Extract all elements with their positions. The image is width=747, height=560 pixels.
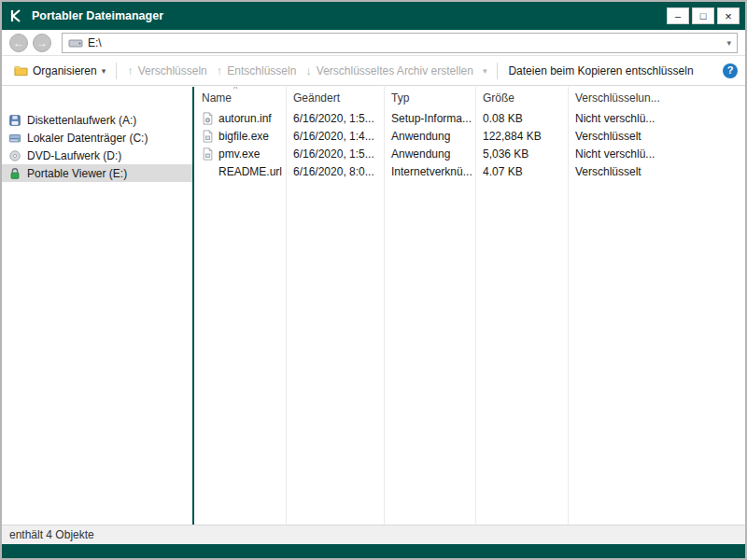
status-bar: enthält 4 Objekte <box>2 525 745 544</box>
folder-icon <box>14 64 28 77</box>
drive-sidebar: Diskettenlaufwerk (A:) Lokaler Datenträg… <box>2 87 192 525</box>
address-dropdown-caret-icon[interactable]: ▾ <box>726 38 731 48</box>
green-lock-icon <box>7 166 21 180</box>
sidebar-item-drive-a[interactable]: Diskettenlaufwerk (A:) <box>2 111 192 129</box>
setup-information-file-icon <box>202 112 215 125</box>
sidebar-item-drive-d[interactable]: DVD-Laufwerk (D:) <box>2 147 192 164</box>
encrypt-arrow-icon: ↑ <box>127 64 134 77</box>
file-type: Anwendung <box>384 147 475 161</box>
file-modified: 6/16/2020, 1:5... <box>286 112 384 125</box>
organize-label: Organisieren <box>33 64 97 77</box>
application-file-icon <box>202 147 215 161</box>
file-row[interactable]: README.url 6/16/2020, 8:0... Internetver… <box>194 162 745 180</box>
column-headers: ^ Name Geändert Typ Größe Verschlüsselun… <box>194 87 745 109</box>
sidebar-item-label: Portable Viewer (E:) <box>27 167 127 180</box>
address-input[interactable] <box>88 36 726 49</box>
close-button[interactable]: × <box>717 7 740 24</box>
sidebar-item-label: Lokaler Datenträger (C:) <box>27 132 148 145</box>
create-archive-label: Verschlüsseltes Archiv erstellen <box>317 64 473 77</box>
navigation-bar: ← → ▾ <box>2 30 745 56</box>
file-row[interactable]: autorun.inf 6/16/2020, 1:5... Setup-Info… <box>194 109 745 127</box>
app-window: Portabler Dateimanager – □ × ← → ▾ Organ… <box>0 0 747 560</box>
minimize-button[interactable]: – <box>667 7 689 24</box>
column-divider[interactable] <box>475 87 476 525</box>
window-controls: – □ × <box>667 7 740 24</box>
help-button[interactable]: ? <box>723 63 738 78</box>
file-type: Internetverknü... <box>384 165 475 178</box>
organize-button[interactable]: Organisieren ▾ <box>9 60 110 82</box>
file-row[interactable]: bigfile.exe 6/16/2020, 1:4... Anwendung … <box>194 127 745 145</box>
file-size: 0.08 KB <box>475 112 568 125</box>
encrypt-button[interactable]: ↑ Verschlüsseln <box>122 60 212 82</box>
decrypt-label: Entschlüsseln <box>227 64 296 77</box>
encrypt-label: Verschlüsseln <box>138 64 207 77</box>
back-button[interactable]: ← <box>9 34 28 52</box>
archive-options-caret[interactable]: ▾ <box>478 60 492 82</box>
file-size: 5,036 KB <box>475 147 568 161</box>
column-divider[interactable] <box>286 87 287 525</box>
file-name: bigfile.exe <box>218 130 269 143</box>
sidebar-item-drive-c[interactable]: Lokaler Datenträger (C:) <box>2 129 192 147</box>
column-header-size[interactable]: Größe <box>475 87 568 109</box>
window-titlebar[interactable]: Portabler Dateimanager – □ × <box>2 2 745 30</box>
sidebar-item-drive-e[interactable]: Portable Viewer (E:) <box>2 164 192 182</box>
column-header-encryption[interactable]: Verschlüsselun... <box>568 87 745 109</box>
file-encryption: Verschlüsselt <box>568 130 745 143</box>
content-area: Diskettenlaufwerk (A:) Lokaler Datenträg… <box>2 87 745 525</box>
file-name: autorun.inf <box>218 112 272 125</box>
decrypt-button[interactable]: ↑ Entschlüsseln <box>212 60 302 82</box>
file-list: ^ Name Geändert Typ Größe Verschlüsselun… <box>194 87 745 525</box>
sidebar-item-label: Diskettenlaufwerk (A:) <box>27 114 136 127</box>
file-encryption: Nicht verschlü... <box>568 147 745 161</box>
drive-icon <box>68 37 83 49</box>
file-encryption: Nicht verschlü... <box>568 112 745 125</box>
maximize-button[interactable]: □ <box>692 7 714 24</box>
column-header-name[interactable]: Name <box>194 87 286 109</box>
decrypt-on-copy-label: Dateien beim Kopieren entschlüsseln <box>508 64 693 77</box>
file-name: pmv.exe <box>218 147 260 161</box>
file-modified: 6/16/2020, 8:0... <box>286 165 384 178</box>
dvd-disc-icon <box>7 148 21 162</box>
file-size: 4.07 KB <box>475 165 568 178</box>
sidebar-item-label: DVD-Laufwerk (D:) <box>27 149 121 162</box>
archive-caret-icon: ▾ <box>483 66 487 76</box>
file-modified: 6/16/2020, 1:4... <box>286 130 384 143</box>
kaspersky-logo-icon <box>7 7 24 24</box>
file-encryption: Verschlüsselt <box>568 165 745 178</box>
column-divider[interactable] <box>568 87 569 525</box>
window-title: Portabler Dateimanager <box>32 9 667 22</box>
toolbar-separator <box>116 63 117 79</box>
file-size: 122,884 KB <box>475 130 568 143</box>
organize-caret-icon: ▾ <box>102 66 106 76</box>
file-row[interactable]: pmv.exe 6/16/2020, 1:5... Anwendung 5,03… <box>194 145 745 162</box>
sort-ascending-icon: ^ <box>233 87 237 93</box>
hard-drive-icon <box>7 131 21 145</box>
status-text: enthält 4 Objekte <box>9 528 94 541</box>
internet-shortcut-file-icon <box>202 165 215 178</box>
file-name: README.url <box>218 165 282 178</box>
address-bar[interactable]: ▾ <box>62 33 738 53</box>
create-encrypted-archive-button[interactable]: ↓ Verschlüsseltes Archiv erstellen <box>301 60 478 82</box>
file-type: Setup-Informa... <box>384 112 475 125</box>
floppy-disk-icon <box>7 113 21 127</box>
decrypt-arrow-icon: ↑ <box>217 64 223 77</box>
toolbar: Organisieren ▾ ↑ Verschlüsseln ↑ Entschl… <box>2 56 745 86</box>
file-type: Anwendung <box>384 130 475 143</box>
decrypt-on-copy-toggle[interactable]: Dateien beim Kopieren entschlüsseln <box>503 60 698 82</box>
application-file-icon <box>202 130 215 143</box>
toolbar-separator <box>497 63 498 79</box>
column-header-modified[interactable]: Geändert <box>286 87 384 109</box>
archive-arrow-icon: ↓ <box>305 64 312 77</box>
forward-button[interactable]: → <box>33 34 51 52</box>
file-modified: 6/16/2020, 1:5... <box>286 147 384 161</box>
column-divider[interactable] <box>384 87 385 525</box>
brand-bar <box>2 544 745 558</box>
column-header-type[interactable]: Typ <box>384 87 475 109</box>
